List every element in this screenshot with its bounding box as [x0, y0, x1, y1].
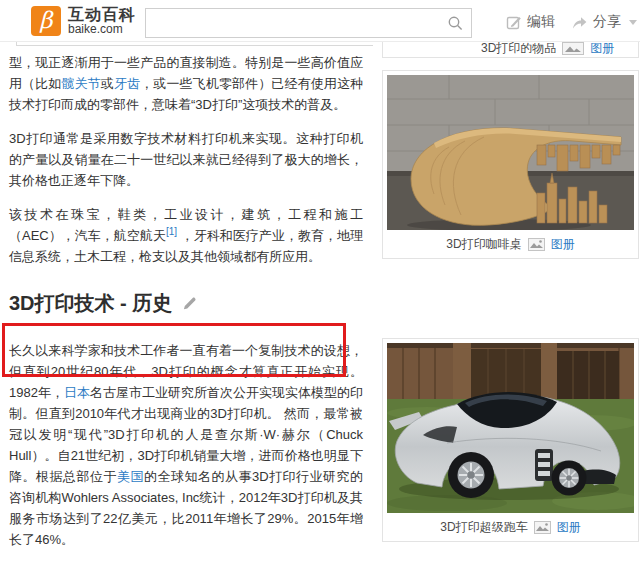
search-input[interactable]	[146, 9, 439, 37]
chevron-down-icon	[629, 20, 637, 25]
caption-text: 3D打印超级跑车	[440, 519, 527, 536]
share-label: 分享	[593, 13, 621, 31]
coffee-table-illustration	[387, 75, 634, 230]
section-heading-history: 3D打印技术 - 历史	[9, 291, 363, 315]
logo-title: 互动百科	[68, 6, 136, 23]
edit-button[interactable]: 编辑	[506, 13, 555, 31]
search-box	[145, 8, 472, 38]
inline-link[interactable]: 髋关节	[61, 76, 100, 91]
supercar-illustration	[387, 343, 634, 513]
partial-caption-row: 3D打印的物品 图册	[383, 40, 638, 58]
inline-link[interactable]: 日本	[64, 385, 90, 400]
text-segment: 或	[101, 76, 114, 91]
album-thumbnail-icon	[528, 238, 545, 251]
sidebar-card-partial: 3D打印的物品 图册	[382, 40, 639, 58]
edit-pencil-icon	[506, 14, 522, 30]
site-header: β 互动百科 baike.com 编辑	[0, 0, 640, 42]
paragraph-industry-fields: 该技术在珠宝，鞋类，工业设计，建筑，工程和施工（AEC），汽车，航空航天[1] …	[9, 204, 363, 267]
logo-domain: baike.com	[68, 23, 136, 36]
search-icon	[447, 15, 464, 32]
section-heading-text: 3D打印技术 - 历史	[9, 291, 172, 315]
caption-row: 3D打印超级跑车 图册	[387, 513, 634, 537]
paragraph-history: 长久以来科学家和技术工作者一直有着一个复制技术的设想，但直到20世纪80年代，3…	[9, 340, 363, 550]
edit-label: 编辑	[527, 13, 555, 31]
paragraph-applications-intro: 型，现正逐渐用于一些产品的直接制造。特别是一些高价值应用（比如髋关节或牙齿，或一…	[9, 52, 363, 115]
partial-caption-text: 3D打印的物品	[481, 40, 556, 57]
album-link[interactable]: 图册	[551, 236, 575, 253]
sidebar-card-supercar: 3D打印超级跑车 图册	[382, 338, 639, 542]
logo-beta-glyph: β	[39, 7, 52, 33]
baike-logo-icon: β	[31, 6, 61, 36]
paragraph-printer-growth: 3D打印通常是采用数字技术材料打印机来实现。这种打印机的产量以及销量在二十一世纪…	[9, 128, 363, 191]
album-thumbnail-icon	[562, 42, 584, 55]
supercar-image[interactable]	[387, 343, 634, 513]
album-link[interactable]: 图册	[557, 519, 581, 536]
caption-text: 3D打印咖啡桌	[446, 236, 521, 253]
inline-link[interactable]: 牙齿	[114, 76, 140, 91]
album-link[interactable]: 图册	[590, 40, 614, 57]
inline-link[interactable]: 美国	[117, 469, 144, 484]
text-segment: 3D打印通常是采用数字技术材料打印机来实现。这种打印机的产量以及销量在二十一世纪…	[9, 131, 363, 188]
caption-row: 3D打印咖啡桌 图册	[387, 230, 634, 254]
logo-text: 互动百科 baike.com	[68, 6, 136, 36]
search-button[interactable]	[439, 9, 471, 37]
inline-link[interactable]: [1]	[166, 226, 177, 237]
site-logo[interactable]: β 互动百科 baike.com	[31, 6, 136, 36]
article-body: 型，现正逐渐用于一些产品的直接制造。特别是一些高价值应用（比如髋关节或牙齿，或一…	[9, 47, 363, 561]
share-button[interactable]: 分享	[571, 13, 637, 31]
heading-edit-pencil-icon[interactable]	[182, 296, 197, 311]
sidebar-card-coffee-table: 3D打印咖啡桌 图册	[382, 70, 639, 259]
coffee-table-image[interactable]	[387, 75, 634, 230]
share-arrow-icon	[571, 15, 588, 30]
album-thumbnail-icon	[534, 521, 551, 534]
